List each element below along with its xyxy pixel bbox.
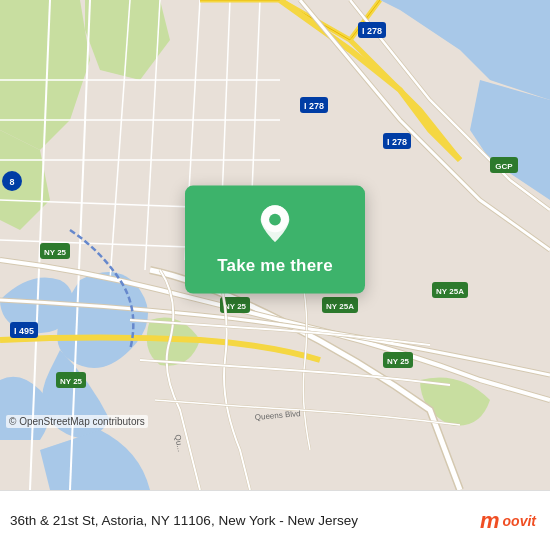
svg-text:NY 25: NY 25 [60,377,83,386]
svg-point-40 [269,214,281,226]
moovit-logo-m: m [480,510,500,532]
take-me-there-button[interactable]: Take me there [217,256,333,276]
svg-text:NY 25: NY 25 [224,302,247,311]
address-text: 36th & 21st St, Astoria, NY 11106, New Y… [10,513,480,528]
moovit-logo-text: oovit [503,513,536,529]
svg-text:NY 25: NY 25 [44,248,67,257]
svg-text:I 278: I 278 [387,137,407,147]
location-pin-icon [254,204,296,246]
svg-text:NY 25: NY 25 [387,357,410,366]
svg-text:I 278: I 278 [304,101,324,111]
svg-text:NY 25A: NY 25A [436,287,464,296]
moovit-logo: m oovit [480,510,536,532]
svg-text:I 495: I 495 [14,326,34,336]
copyright-text: © OpenStreetMap contributors [6,415,148,428]
location-card: Take me there [185,186,365,294]
map-container: I 278 I 278 I 278 GCP NY 25 NY 25A NY 25… [0,0,550,490]
svg-text:8: 8 [9,177,14,187]
bottom-bar: 36th & 21st St, Astoria, NY 11106, New Y… [0,490,550,550]
svg-text:NY 25A: NY 25A [326,302,354,311]
svg-text:GCP: GCP [495,162,513,171]
svg-text:I 278: I 278 [362,26,382,36]
